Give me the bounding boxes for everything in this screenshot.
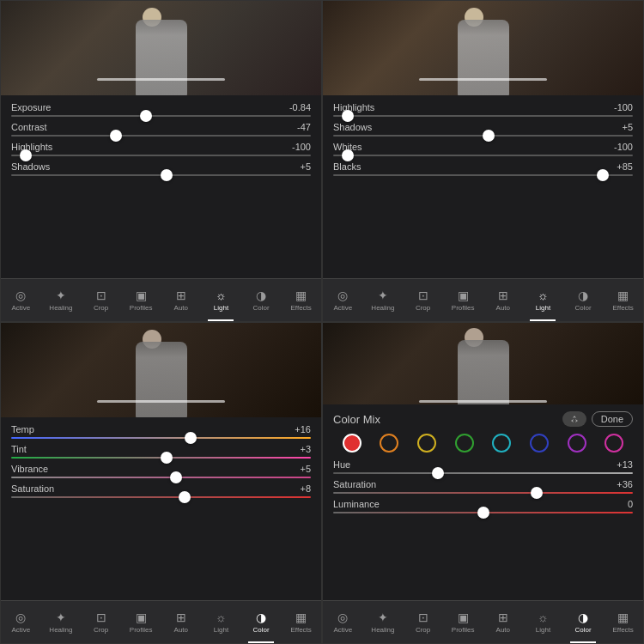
vibrance-thumb[interactable] [170, 471, 182, 483]
crop-icon-br: ⊡ [418, 611, 428, 624]
toolbar-item-color-br[interactable]: ◑ Color [569, 611, 597, 634]
shadows-row: Shadows +5 [11, 161, 311, 176]
hue-thumb[interactable] [432, 467, 444, 479]
auto-icon-bl: ⊞ [176, 611, 186, 624]
color-icon-bl: ◑ [256, 611, 266, 624]
saturation-slider-track[interactable] [333, 492, 633, 494]
photo-bar-bl [97, 400, 225, 403]
exposure-track[interactable] [11, 115, 311, 117]
toolbar-item-crop-bl[interactable]: ⊡ Crop [88, 611, 115, 634]
blacks-thumb-tr[interactable] [597, 169, 609, 181]
toolbar-item-color-tl[interactable]: ◑ Color [247, 289, 275, 312]
color-dot-blue[interactable] [530, 434, 549, 453]
toolbar-item-crop-br[interactable]: ⊡ Crop [410, 611, 437, 634]
whites-track-tr[interactable] [333, 155, 633, 156]
toolbar-item-crop-tr[interactable]: ⊡ Crop [410, 289, 437, 312]
luminance-value: 0 [628, 499, 633, 509]
temp-thumb[interactable] [185, 432, 197, 444]
toolbar-item-light-tr[interactable]: ☼ Light [529, 289, 556, 312]
color-mix-icon[interactable] [562, 411, 586, 427]
toolbar-item-effects-tr[interactable]: ▦ Effects [610, 289, 637, 312]
toolbar-item-active-bl[interactable]: ◎ Active [7, 611, 34, 634]
light-label-tl: Light [214, 304, 228, 312]
highlights-value: -100 [292, 142, 311, 152]
toolbar-item-effects-bl[interactable]: ▦ Effects [288, 611, 315, 634]
toolbar-item-crop-tl[interactable]: ⊡ Crop [88, 289, 115, 312]
shadows-track-tr[interactable] [333, 135, 633, 137]
profiles-label-bl: Profiles [130, 626, 153, 634]
toolbar-item-healing-bl[interactable]: ✦ Healing [47, 611, 75, 634]
shadows-track[interactable] [11, 174, 311, 176]
contrast-track[interactable] [11, 135, 311, 137]
color-dot-magenta[interactable] [605, 434, 623, 453]
effects-icon-tr: ▦ [617, 289, 629, 302]
exposure-thumb[interactable] [140, 110, 152, 122]
toolbar-bl: ◎ Active ✦ Healing ⊡ Crop ▣ Profiles ⊞ A… [1, 600, 321, 643]
highlights-track-tr[interactable] [333, 115, 633, 117]
saturation-track[interactable] [11, 496, 311, 498]
toolbar-item-effects-br[interactable]: ▦ Effects [610, 611, 637, 634]
luminance-thumb[interactable] [477, 507, 489, 519]
toolbar-item-profiles-tl[interactable]: ▣ Profiles [127, 289, 155, 312]
crop-icon-tl: ⊡ [96, 289, 106, 302]
tint-thumb[interactable] [161, 452, 173, 464]
toolbar-item-effects-tl[interactable]: ▦ Effects [288, 289, 315, 312]
shadows-thumb[interactable] [161, 169, 173, 181]
photo-bg-br [323, 323, 643, 404]
toolbar-item-profiles-bl[interactable]: ▣ Profiles [127, 611, 155, 634]
tint-track[interactable] [11, 457, 311, 459]
color-dot-green[interactable] [455, 434, 474, 453]
color-dot-yellow[interactable] [417, 434, 436, 453]
vibrance-track[interactable] [11, 477, 311, 478]
saturation-row-br: Saturation +36 [333, 479, 633, 494]
toolbar-item-healing-br[interactable]: ✦ Healing [369, 611, 397, 634]
toolbar-item-healing-tl[interactable]: ✦ Healing [47, 289, 75, 312]
saturation-thumb[interactable] [179, 491, 191, 503]
toolbar-item-healing-tr[interactable]: ✦ Healing [369, 289, 397, 312]
color-dot-purple[interactable] [568, 434, 586, 453]
toolbar-item-color-bl[interactable]: ◑ Color [247, 611, 275, 634]
toolbar-item-active-tr[interactable]: ◎ Active [329, 289, 356, 312]
photo-bg-tl [1, 1, 321, 95]
toolbar-item-auto-br[interactable]: ⊞ Auto [489, 611, 517, 634]
toolbar-item-auto-bl[interactable]: ⊞ Auto [167, 611, 195, 634]
shadows-value: +5 [300, 161, 311, 172]
auto-icon-tr: ⊞ [498, 289, 508, 302]
contrast-label: Contrast [11, 122, 47, 132]
light-label-tr: Light [536, 304, 550, 312]
saturation-value-br: +36 [617, 479, 633, 489]
saturation-label-br: Saturation [333, 479, 376, 489]
luminance-slider-track[interactable] [333, 512, 633, 513]
highlights-label: Highlights [11, 142, 52, 152]
contrast-thumb[interactable] [110, 130, 122, 142]
shadows-thumb-tr[interactable] [483, 130, 495, 142]
whites-thumb-tr[interactable] [342, 149, 354, 161]
panel-top-right: Highlights -100 Shadows +5 Whites -100 [322, 0, 644, 322]
toolbar-item-profiles-tr[interactable]: ▣ Profiles [449, 289, 477, 312]
panel-top-left: Exposure -0.84 Contrast -47 Highlights -… [0, 0, 322, 322]
toolbar-item-active-br[interactable]: ◎ Active [329, 611, 356, 634]
toolbar-item-auto-tl[interactable]: ⊞ Auto [167, 289, 195, 312]
color-dot-orange[interactable] [380, 434, 398, 453]
done-button[interactable]: Done [592, 411, 633, 427]
highlights-track[interactable] [11, 155, 311, 156]
highlights-thumb-tr[interactable] [342, 110, 354, 122]
panel-bottom-left: Temp +16 Tint +3 Vibrance +5 [0, 322, 322, 644]
healing-icon-tl: ✦ [56, 289, 66, 302]
toolbar-item-light-br[interactable]: ☼ Light [529, 611, 556, 634]
toolbar-item-light-bl[interactable]: ☼ Light [207, 611, 234, 634]
crop-label-bl: Crop [94, 626, 108, 634]
toolbar-item-light-tl[interactable]: ☼ Light [207, 289, 234, 312]
color-dot-red[interactable] [343, 434, 361, 453]
toolbar-item-color-tr[interactable]: ◑ Color [569, 289, 597, 312]
toolbar-item-auto-tr[interactable]: ⊞ Auto [489, 289, 517, 312]
color-icon-br: ◑ [578, 611, 588, 624]
toolbar-item-profiles-br[interactable]: ▣ Profiles [449, 611, 477, 634]
blacks-track-tr[interactable] [333, 174, 633, 176]
color-dot-cyan[interactable] [492, 434, 511, 453]
hue-slider-track[interactable] [333, 472, 633, 474]
highlights-thumb[interactable] [20, 149, 32, 161]
saturation-thumb-br[interactable] [531, 487, 543, 499]
toolbar-item-active-tl[interactable]: ◎ Active [7, 289, 34, 312]
temp-track[interactable] [11, 437, 311, 439]
